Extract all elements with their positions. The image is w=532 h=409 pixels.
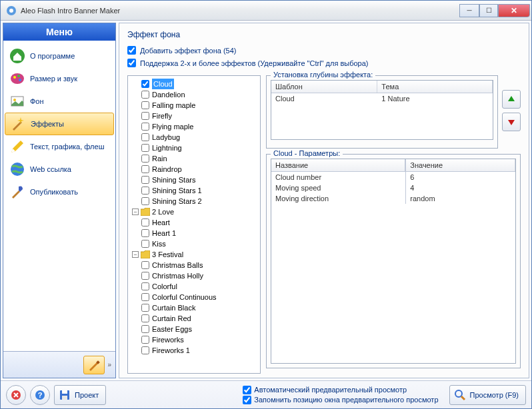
tree-leaf[interactable]: Firefly xyxy=(141,111,260,121)
multi-effect-checkbox-row[interactable]: Поддержка 2-х и более эффектов (Удержива… xyxy=(127,59,521,67)
leaf-checkbox[interactable] xyxy=(141,165,149,173)
tree-group[interactable]: −3 Festival xyxy=(132,249,260,260)
leaf-checkbox[interactable] xyxy=(141,187,149,195)
leaf-checkbox[interactable] xyxy=(141,314,149,322)
tree-leaf[interactable]: Falling maple xyxy=(141,100,260,111)
leaf-checkbox[interactable] xyxy=(141,346,149,354)
help-button[interactable]: ? xyxy=(30,385,50,405)
tree-leaf[interactable]: Christmas Balls xyxy=(141,260,260,270)
sidebar-item-2[interactable]: Фон xyxy=(3,90,115,113)
leaf-checkbox[interactable] xyxy=(141,144,149,152)
tree-leaf[interactable]: Lightning xyxy=(141,143,260,153)
params-header-name[interactable]: Название xyxy=(271,159,405,171)
leaf-checkbox[interactable] xyxy=(141,197,149,205)
params-header-value[interactable]: Значение xyxy=(405,159,515,171)
tree-leaf[interactable]: Shining Stars 1 xyxy=(141,185,260,196)
sidebar-item-0[interactable]: О программе xyxy=(3,45,115,67)
tree-leaf[interactable]: Easter Eggs xyxy=(141,324,260,334)
tree-leaf[interactable]: Fireworks xyxy=(141,334,260,345)
project-button[interactable]: Проект xyxy=(54,385,106,405)
leaf-checkbox[interactable] xyxy=(141,336,149,344)
depth-header-theme[interactable]: Тема xyxy=(377,81,493,93)
pencil-icon xyxy=(9,138,26,155)
leaf-checkbox[interactable] xyxy=(141,325,149,333)
effects-tree[interactable]: CloudDandelionFalling mapleFireflyFlying… xyxy=(127,75,261,374)
tree-leaf[interactable]: Dandelion xyxy=(141,89,260,100)
tree-leaf[interactable]: Kiss xyxy=(141,238,260,249)
tree-leaf[interactable]: Shining Stars xyxy=(141,175,260,185)
leaf-label: Shining Stars 1 xyxy=(152,185,202,196)
add-bg-effect-checkbox[interactable] xyxy=(127,46,136,55)
table-row[interactable]: Moving directionrandom xyxy=(271,193,515,204)
leaf-checkbox[interactable] xyxy=(141,261,149,269)
depth-legend: Установка глубины эффекта: xyxy=(271,71,375,79)
preview-button[interactable]: Просмотр (F9) xyxy=(449,385,526,405)
tree-leaf[interactable]: Heart 1 xyxy=(141,228,260,238)
leaf-checkbox[interactable] xyxy=(141,80,149,88)
tree-leaf[interactable]: Raindrop xyxy=(141,164,260,175)
leaf-label: Raindrop xyxy=(152,164,182,175)
sidebar-item-1[interactable]: Размер и звук xyxy=(3,67,115,90)
tree-leaf[interactable]: Shining Stars 2 xyxy=(141,196,260,206)
collapse-icon[interactable]: − xyxy=(132,208,139,215)
collapse-icon[interactable]: − xyxy=(132,251,139,258)
leaf-checkbox[interactable] xyxy=(141,229,149,237)
depth-header-template[interactable]: Шаблон xyxy=(271,81,377,93)
sidebar-item-6[interactable]: Опубликовать xyxy=(3,181,115,203)
move-down-button[interactable] xyxy=(502,113,521,131)
multi-effect-checkbox[interactable] xyxy=(127,59,136,67)
table-row[interactable]: Moving speed4 xyxy=(271,183,515,193)
leaf-checkbox[interactable] xyxy=(141,176,149,184)
tree-group[interactable]: −2 Love xyxy=(132,206,260,217)
leaf-checkbox[interactable] xyxy=(141,112,149,120)
tree-leaf[interactable]: Colorful xyxy=(141,281,260,292)
remember-pos-checkbox-row[interactable]: Запомнить позицию окна предварительного … xyxy=(243,396,438,404)
leaf-checkbox[interactable] xyxy=(141,240,149,248)
leaf-checkbox[interactable] xyxy=(141,155,149,163)
sidebar-item-5[interactable]: Web ссылка xyxy=(3,158,115,181)
leaf-checkbox[interactable] xyxy=(141,304,149,312)
publish-shortcut-icon[interactable] xyxy=(83,356,105,374)
maximize-button[interactable]: ☐ xyxy=(479,4,498,17)
table-row[interactable]: Cloud 1 Nature xyxy=(271,93,493,104)
close-button[interactable]: ✕ xyxy=(498,4,530,17)
params-table[interactable]: Название Значение Cloud number6Moving sp… xyxy=(271,159,516,364)
leaf-checkbox[interactable] xyxy=(141,91,149,99)
auto-preview-checkbox[interactable] xyxy=(243,386,251,394)
home-icon xyxy=(9,47,26,65)
sidebar-item-4[interactable]: Текст, графика, флеш xyxy=(3,135,115,158)
tree-leaf[interactable]: Flying maple xyxy=(141,121,260,132)
leaf-checkbox[interactable] xyxy=(141,101,149,109)
expand-chevrons-icon[interactable]: » xyxy=(107,361,111,368)
leaf-checkbox[interactable] xyxy=(141,133,149,141)
tree-leaf[interactable]: Curtain Black xyxy=(141,302,260,313)
tree-leaf[interactable]: Colorful Continuous xyxy=(141,292,260,302)
cancel-button[interactable] xyxy=(6,385,26,405)
leaf-label: Easter Eggs xyxy=(152,324,192,334)
depth-table[interactable]: Шаблон Тема Cloud 1 Nature xyxy=(271,80,493,140)
table-row[interactable]: Cloud number6 xyxy=(271,172,515,183)
add-bg-effect-checkbox-row[interactable]: Добавить эффект фона (54) xyxy=(127,46,521,55)
tree-leaf[interactable]: Cloud xyxy=(141,79,260,89)
leaf-checkbox[interactable] xyxy=(141,218,149,226)
auto-preview-checkbox-row[interactable]: Автоматический предварительный просмотр xyxy=(243,386,438,394)
tree-leaf[interactable]: Curtain Red xyxy=(141,313,260,324)
tree-leaf[interactable]: Fireworks 1 xyxy=(141,345,260,356)
remember-pos-checkbox[interactable] xyxy=(243,396,251,404)
leaf-checkbox[interactable] xyxy=(141,282,149,290)
svg-point-17 xyxy=(455,390,462,397)
leaf-label: Shining Stars 2 xyxy=(152,196,202,206)
move-up-button[interactable] xyxy=(502,90,521,109)
leaf-checkbox[interactable] xyxy=(141,123,149,131)
minimize-button[interactable]: ─ xyxy=(459,4,479,17)
titlebar[interactable]: Aleo Flash Intro Banner Maker ─ ☐ ✕ xyxy=(1,1,531,21)
tree-leaf[interactable]: Ladybug xyxy=(141,132,260,143)
svg-line-18 xyxy=(461,396,465,400)
tree-leaf[interactable]: Heart xyxy=(141,217,260,228)
tree-leaf[interactable]: Rain xyxy=(141,153,260,164)
leaf-label: Heart 1 xyxy=(152,228,176,238)
tree-leaf[interactable]: Christmas Holly xyxy=(141,270,260,281)
sidebar-item-3[interactable]: Эффекты xyxy=(5,113,114,135)
leaf-checkbox[interactable] xyxy=(141,272,149,280)
leaf-checkbox[interactable] xyxy=(141,293,149,301)
